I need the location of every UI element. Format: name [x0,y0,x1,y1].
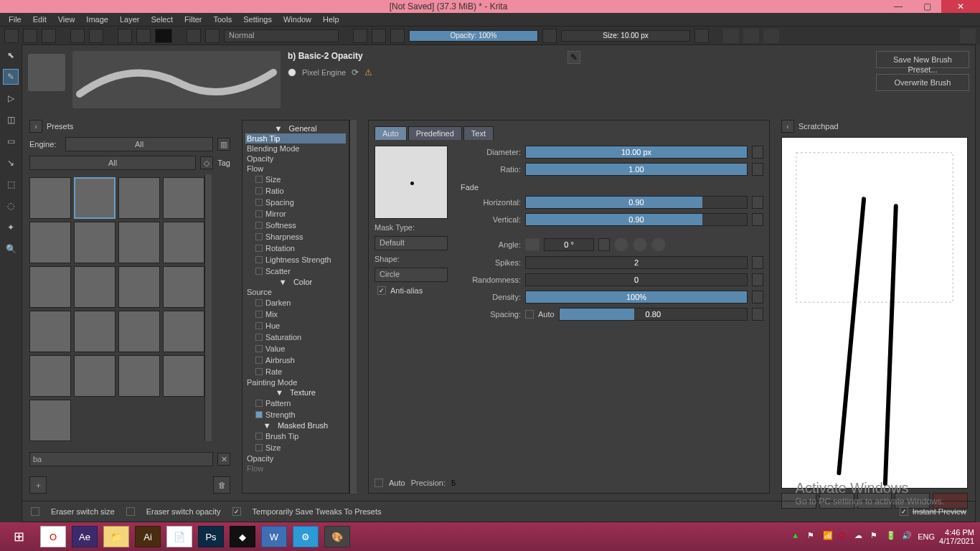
density-spin[interactable] [752,291,763,303]
scratchpad-back-icon[interactable]: ‹ [781,120,794,133]
horiz-spin[interactable] [752,196,763,209]
taskbar-app[interactable]: Ae [72,526,98,547]
random-spin[interactable] [752,273,763,286]
diameter-slider[interactable]: 10.00 px [525,146,748,159]
reload-icon[interactable]: ⟳ [352,68,359,77]
preset-thumb[interactable] [118,177,160,219]
angle-value[interactable]: 0 ° [544,238,594,251]
precision-slider[interactable]: 5 [451,479,758,487]
mirror-h-icon[interactable] [723,29,739,43]
taskbar-app[interactable]: ⚙ [293,526,319,547]
preset-thumb[interactable] [163,266,204,308]
tree-mirror[interactable]: Mirror [245,208,346,220]
tree-rate[interactable]: Rate [245,366,346,377]
eraser-size-check[interactable] [31,507,39,516]
alpha-lock-toggle[interactable] [372,29,386,43]
menu-help[interactable]: Help [317,15,345,24]
freehand-brush-tool[interactable]: ✎ [3,69,19,85]
diameter-spin[interactable] [752,146,763,159]
preset-search-input[interactable] [29,452,213,466]
select-contig-tool[interactable]: ◌ [3,198,19,214]
spacing-auto-check[interactable] [525,310,534,319]
tree-painting-mode[interactable]: Painting Mode [245,377,346,387]
tag-icon[interactable]: ◇ [200,156,213,169]
tree-masked-size[interactable]: Size [245,442,346,453]
size-spin[interactable] [694,29,709,43]
tree-value[interactable]: Value [245,343,346,354]
redo-button[interactable] [89,29,103,43]
menu-image[interactable]: Image [80,15,114,24]
rect-tool[interactable]: ▭ [3,133,19,149]
save-new-preset-button[interactable]: Save New Brush Preset... [876,51,969,68]
ratio-slider[interactable]: 1.00 [525,163,748,176]
maximize-button[interactable]: ▢ [913,0,941,13]
clear-search-icon[interactable]: ✕ [217,453,230,466]
antialias-check[interactable] [377,286,386,295]
preset-thumb[interactable] [74,311,116,352]
menu-edit[interactable]: Edit [27,15,52,24]
tree-flow2[interactable]: Flow [245,463,346,474]
tray-opera-icon[interactable]: O [839,531,850,542]
tree-sharpness[interactable]: Sharpness [245,231,346,242]
taskbar-app[interactable]: O [40,526,66,547]
blend-mode-combo[interactable]: Normal [224,29,339,42]
preset-thumb[interactable] [29,400,71,441]
close-button[interactable]: ✕ [941,0,980,13]
transform-tool[interactable]: ⬉ [3,47,19,63]
taskbar-app[interactable]: Ps [198,526,224,547]
taskbar-app[interactable]: 📄 [166,526,192,547]
taskbar-app[interactable]: 📁 [103,526,129,547]
tree-brush-tip[interactable]: Brush Tip [245,133,346,143]
menu-settings[interactable]: Settings [237,15,278,24]
open-doc-button[interactable] [23,29,37,43]
assist-tool[interactable]: ✦ [3,220,19,235]
preset-thumb[interactable] [163,177,204,219]
preset-thumb[interactable] [118,355,160,397]
tree-opacity2[interactable]: Opacity [245,453,346,463]
tree-masked-tip[interactable]: Brush Tip [245,430,346,442]
opacity-slider[interactable]: Opacity: 100% [409,30,538,42]
menu-view[interactable]: View [52,15,81,24]
brush-preset-button[interactable] [187,29,201,43]
preset-thumb[interactable] [163,355,204,397]
density-slider[interactable]: 100% [525,291,748,303]
instant-preview-check[interactable] [900,507,908,516]
preset-thumb[interactable] [29,355,71,397]
tree-blending-mode[interactable]: Blending Mode [245,143,346,154]
angle-spin[interactable] [598,238,610,251]
preset-thumb[interactable] [74,266,116,308]
angle-dial-1-icon[interactable] [614,237,628,252]
line-tool[interactable]: ▷ [3,90,19,106]
preset-thumb[interactable] [29,311,71,352]
taskbar-app[interactable]: Ai [135,526,161,547]
select-rect-tool[interactable]: ⬚ [3,176,19,192]
minimize-button[interactable]: — [884,0,913,13]
menu-layer[interactable]: Layer [114,15,146,24]
spikes-slider[interactable]: 2 [525,256,748,269]
delete-preset-button[interactable]: 🗑 [213,476,230,494]
preset-thumb[interactable] [163,222,204,263]
taskbar-app-krita[interactable]: 🎨 [324,526,350,547]
precision-auto-check[interactable] [374,479,383,487]
angle-lock-icon[interactable] [525,238,540,251]
presets-collapse-icon[interactable]: › [29,120,42,133]
tree-strength[interactable]: Strength [245,409,346,420]
menu-filter[interactable]: Filter [179,15,207,24]
random-slider[interactable]: 0 [525,273,748,286]
tray-battery-icon[interactable]: 🔋 [886,531,897,542]
tree-spacing[interactable]: Spacing [245,197,346,208]
shape-combo[interactable]: Circle [374,268,448,282]
tray-volume-icon[interactable]: 🔊 [902,531,913,542]
tree-opacity[interactable]: Opacity [245,154,346,164]
taskbar-app[interactable]: W [261,526,287,547]
workspace-chooser[interactable] [960,29,976,43]
tree-source[interactable]: Source [245,287,346,297]
menu-select[interactable]: Select [145,15,179,24]
engine-filter-combo[interactable]: All [65,137,213,151]
gradient-swatch[interactable] [118,29,132,43]
scratchpad-canvas[interactable] [781,137,968,489]
tab-auto[interactable]: Auto [374,126,407,140]
masktype-combo[interactable]: Default [374,236,448,250]
menu-tools[interactable]: Tools [208,15,238,24]
tab-predefined[interactable]: Predefined [408,126,462,140]
